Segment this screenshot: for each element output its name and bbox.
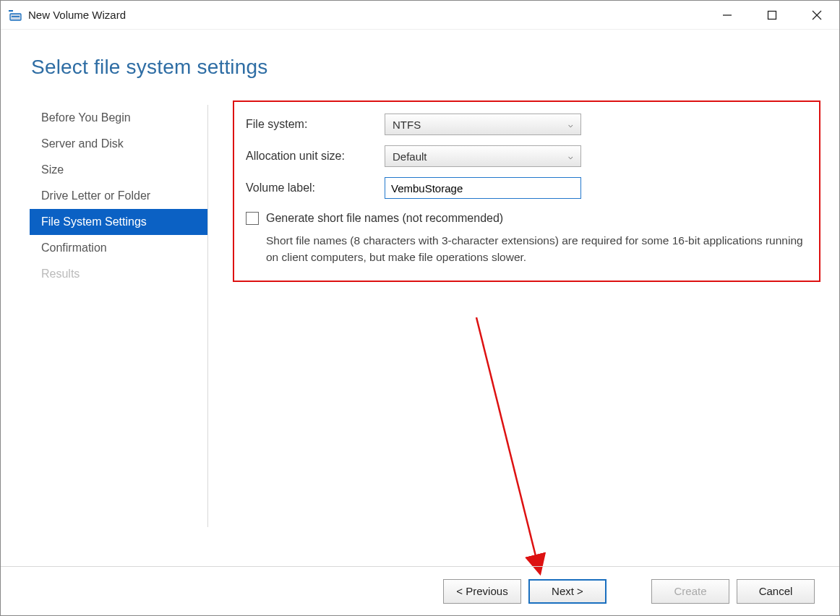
chevron-down-icon: ⌵	[568, 152, 573, 161]
nav-item-results: Results	[30, 261, 207, 287]
input-volume-label[interactable]	[385, 177, 581, 199]
nav-item-confirmation[interactable]: Confirmation	[30, 235, 207, 261]
checkbox-label-generate-short-names: Generate short file names (not recommend…	[266, 212, 503, 225]
cancel-button[interactable]: Cancel	[737, 579, 815, 604]
title-bar: New Volume Wizard	[1, 1, 839, 30]
annotation-highlight-box: File system: NTFS ⌵ Allocation unit size…	[233, 100, 820, 282]
nav-item-server-and-disk[interactable]: Server and Disk	[30, 131, 207, 157]
wizard-nav: Before You Begin Server and Disk Size Dr…	[1, 105, 208, 527]
chevron-down-icon: ⌵	[568, 120, 573, 129]
maximize-icon	[767, 10, 777, 20]
help-text-short-names: Short file names (8 characters with 3-ch…	[266, 232, 807, 266]
nav-item-drive-letter-or-folder[interactable]: Drive Letter or Folder	[30, 183, 207, 209]
svg-rect-2	[12, 16, 20, 17]
window-title: New Volume Wizard	[28, 9, 705, 21]
body-area: Before You Begin Server and Disk Size Dr…	[1, 79, 839, 527]
main-panel: File system: NTFS ⌵ Allocation unit size…	[208, 105, 839, 527]
dropdown-file-system-value: NTFS	[393, 119, 421, 131]
window-controls	[705, 1, 839, 29]
label-allocation-unit-size: Allocation unit size:	[246, 150, 385, 163]
svg-rect-0	[9, 10, 13, 12]
label-volume-label: Volume label:	[246, 181, 385, 194]
minimize-icon	[722, 10, 732, 20]
dropdown-allocation-value: Default	[393, 150, 427, 163]
app-icon	[8, 8, 22, 22]
page-heading: Select file system settings	[1, 30, 839, 79]
close-button[interactable]	[794, 1, 839, 29]
dropdown-file-system[interactable]: NTFS ⌵	[385, 114, 581, 135]
dropdown-allocation-unit-size[interactable]: Default ⌵	[385, 145, 581, 167]
minimize-button[interactable]	[705, 1, 750, 29]
create-button: Create	[651, 579, 729, 604]
window-frame: New Volume Wizard Select file system set…	[0, 0, 840, 616]
svg-rect-4	[768, 11, 776, 19]
nav-item-size[interactable]: Size	[30, 157, 207, 183]
checkbox-generate-short-names[interactable]	[246, 212, 259, 225]
previous-button[interactable]: < Previous	[443, 579, 521, 604]
row-generate-short-names: Generate short file names (not recommend…	[246, 212, 807, 225]
row-allocation-unit-size: Allocation unit size: Default ⌵	[246, 145, 807, 167]
close-icon	[812, 10, 822, 20]
nav-item-file-system-settings[interactable]: File System Settings	[30, 209, 207, 235]
next-button[interactable]: Next >	[528, 579, 607, 604]
row-volume-label: Volume label:	[246, 177, 807, 199]
row-file-system: File system: NTFS ⌵	[246, 114, 807, 135]
nav-item-before-you-begin[interactable]: Before You Begin	[30, 105, 207, 131]
footer-button-bar: < Previous Next > Create Cancel	[1, 566, 839, 615]
maximize-button[interactable]	[750, 1, 794, 29]
label-file-system: File system:	[246, 118, 385, 131]
